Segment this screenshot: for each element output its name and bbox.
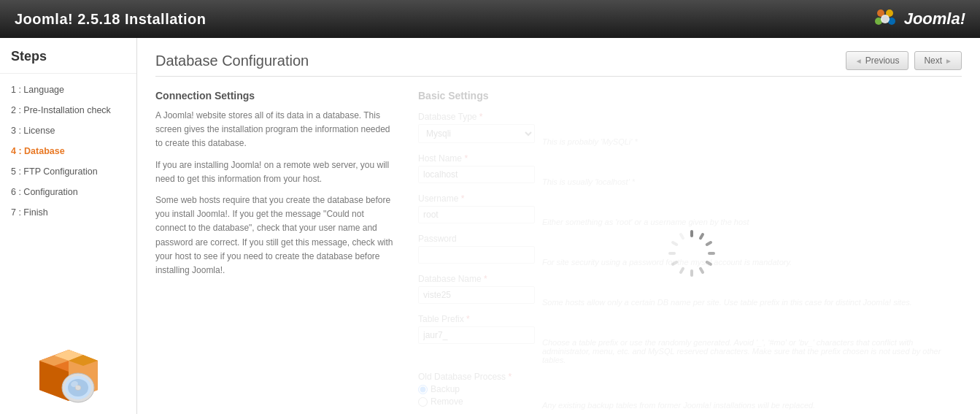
app-title: Joomla! 2.5.18 Installation xyxy=(15,11,206,28)
sidebar-item-license[interactable]: 3 : License xyxy=(0,120,136,141)
joomla-logo-icon xyxy=(872,6,898,32)
spinner-dash-3 xyxy=(705,240,713,246)
sidebar: Steps 1 : Language 2 : Pre-Installation … xyxy=(0,38,137,414)
header: Joomla! 2.5.18 Installation Joomla! xyxy=(0,0,980,38)
spinner-dash-2 xyxy=(698,232,704,240)
sidebar-item-configuration[interactable]: 6 : Configuration xyxy=(0,182,136,202)
spinner-dash-5 xyxy=(705,260,713,266)
box-svg xyxy=(28,335,109,408)
connection-settings-title: Connection Settings xyxy=(155,90,396,101)
page-title-row: Database Configuration ◄ Previous Next ► xyxy=(155,51,962,77)
steps-title: Steps xyxy=(0,49,136,74)
main-wrapper: Steps 1 : Language 2 : Pre-Installation … xyxy=(0,38,980,414)
description-3: Some web hosts require that you create t… xyxy=(155,193,396,277)
spinner-dash-6 xyxy=(698,267,704,275)
loading-spinner-overlay xyxy=(418,90,962,414)
content-area: Database Configuration ◄ Previous Next ►… xyxy=(137,38,980,414)
sidebar-item-database[interactable]: 4 : Database xyxy=(0,141,136,161)
arrow-right-icon: ► xyxy=(945,57,952,65)
sidebar-item-finish[interactable]: 7 : Finish xyxy=(0,202,136,223)
sidebar-item-preinstall[interactable]: 2 : Pre-Installation check xyxy=(0,100,136,120)
sidebar-item-language[interactable]: 1 : Language xyxy=(0,80,136,100)
spinner-dash-9 xyxy=(671,260,679,266)
next-label: Next xyxy=(924,55,942,66)
left-column: Connection Settings A Joomla! website st… xyxy=(155,90,396,414)
sidebar-illustration xyxy=(0,324,136,414)
description-2: If you are installing Joomla! on a remot… xyxy=(155,158,396,186)
spinner-dash-11 xyxy=(671,240,679,246)
spinner-dash-12 xyxy=(679,232,684,240)
spinner-dash-7 xyxy=(690,269,693,277)
nav-buttons: ◄ Previous Next ► xyxy=(846,51,962,70)
spinner xyxy=(667,230,714,277)
joomla-logo-text: Joomla! xyxy=(904,9,965,28)
svg-point-6 xyxy=(882,16,888,22)
sidebar-item-ftp[interactable]: 5 : FTP Configuration xyxy=(0,161,136,182)
two-col-layout: Connection Settings A Joomla! website st… xyxy=(155,90,962,414)
spinner-dash-8 xyxy=(679,267,684,275)
previous-button[interactable]: ◄ Previous xyxy=(846,51,909,70)
page-title: Database Configuration xyxy=(155,53,309,69)
right-column: Basic Settings xyxy=(418,90,962,414)
joomla-logo: Joomla! xyxy=(872,6,965,32)
previous-label: Previous xyxy=(865,55,900,66)
spinner-dash-1 xyxy=(690,230,693,237)
spinner-dash-4 xyxy=(708,252,715,255)
next-button[interactable]: Next ► xyxy=(914,51,962,70)
description-1: A Joomla! website stores all of its data… xyxy=(155,109,396,151)
arrow-left-icon: ◄ xyxy=(855,57,863,65)
spinner-dash-10 xyxy=(668,252,676,255)
